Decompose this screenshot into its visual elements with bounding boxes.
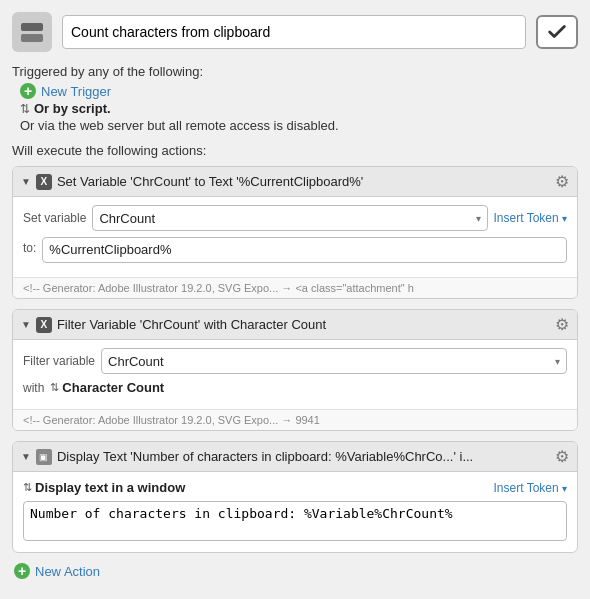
to-label: to: <box>23 241 36 255</box>
display-icon: ▣ <box>36 449 52 465</box>
action-header-filter: ▼ X Filter Variable 'ChrCount' with Char… <box>13 310 577 340</box>
insert-token-btn-1[interactable]: Insert Token ▾ <box>494 211 568 225</box>
action-block-display-text: ▼ ▣ Display Text 'Number of characters i… <box>12 441 578 553</box>
action-comment-1: <!-- Generator: Adobe Illustrator 19.2.0… <box>13 277 577 298</box>
new-trigger-plus[interactable]: + <box>20 83 36 99</box>
arrows-script-icon: ⇅ <box>20 102 30 116</box>
to-input[interactable]: %CurrentClipboard% <box>42 237 567 263</box>
new-action-plus[interactable]: + <box>14 563 30 579</box>
action-title-2: Filter Variable 'ChrCount' with Characte… <box>57 317 326 332</box>
action-block-set-variable: ▼ X Set Variable 'ChrCount' to Text '%Cu… <box>12 166 578 299</box>
x-badge-2: X <box>36 317 52 333</box>
webserver-row: Or via the web server but all remote acc… <box>12 118 578 133</box>
new-action-row: + New Action <box>12 563 578 579</box>
action-header-left-2: ▼ X Filter Variable 'ChrCount' with Char… <box>21 317 549 333</box>
new-trigger-link[interactable]: New Trigger <box>41 84 111 99</box>
triggered-by-label: Triggered by any of the following: <box>12 64 578 79</box>
filter-variable-row: Filter variable ChrCount ▾ <box>23 348 567 374</box>
action-body-3: ⇅ Display text in a window Insert Token … <box>13 472 577 552</box>
new-action-link[interactable]: New Action <box>35 564 100 579</box>
action-block-filter-variable: ▼ X Filter Variable 'ChrCount' with Char… <box>12 309 578 431</box>
set-variable-chevron: ▾ <box>476 213 481 224</box>
or-by-script-row: ⇅ Or by script. <box>12 101 578 116</box>
checkmark-button[interactable] <box>536 15 578 49</box>
filter-variable-select[interactable]: ChrCount ▾ <box>101 348 567 374</box>
action-title-1: Set Variable 'ChrCount' to Text '%Curren… <box>57 174 363 189</box>
set-variable-row: Set variable ChrCount ▾ Insert Token ▾ <box>23 205 567 231</box>
insert-token-btn-3[interactable]: Insert Token ▾ <box>494 481 568 495</box>
action-body-2: Filter variable ChrCount ▾ with ⇅ Charac… <box>13 340 577 409</box>
action-body-1: Set variable ChrCount ▾ Insert Token ▾ t… <box>13 197 577 277</box>
with-row: with ⇅ Character Count <box>23 380 567 395</box>
or-by-script-label: Or by script. <box>34 101 111 116</box>
set-variable-value: ChrCount <box>99 211 155 226</box>
filter-variable-label: Filter variable <box>23 354 95 368</box>
action-header-set-variable: ▼ X Set Variable 'ChrCount' to Text '%Cu… <box>13 167 577 197</box>
action-comment-2: <!-- Generator: Adobe Illustrator 19.2.0… <box>13 409 577 430</box>
character-count-value: Character Count <box>62 380 164 395</box>
gear-icon-3[interactable]: ⚙ <box>555 447 569 466</box>
action-header-left-3: ▼ ▣ Display Text 'Number of characters i… <box>21 449 549 465</box>
new-trigger-row: + New Trigger <box>12 83 578 99</box>
display-textarea[interactable] <box>23 501 567 541</box>
action-header-left-1: ▼ X Set Variable 'ChrCount' to Text '%Cu… <box>21 174 549 190</box>
display-select[interactable]: ⇅ Display text in a window <box>23 480 185 495</box>
gear-icon-1[interactable]: ⚙ <box>555 172 569 191</box>
gear-icon-2[interactable]: ⚙ <box>555 315 569 334</box>
to-row: to: %CurrentClipboard% <box>23 237 567 263</box>
action-header-display: ▼ ▣ Display Text 'Number of characters i… <box>13 442 577 472</box>
set-variable-label: Set variable <box>23 211 86 225</box>
collapse-triangle-3[interactable]: ▼ <box>21 451 31 462</box>
will-execute-label: Will execute the following actions: <box>12 143 578 158</box>
header <box>12 12 578 52</box>
action-title-3: Display Text 'Number of characters in cl… <box>57 449 473 464</box>
arrows-icon: ⇅ <box>50 381 59 394</box>
arrows-display-icon: ⇅ <box>23 481 32 494</box>
x-badge-1: X <box>36 174 52 190</box>
collapse-triangle-1[interactable]: ▼ <box>21 176 31 187</box>
set-variable-select[interactable]: ChrCount ▾ <box>92 205 487 231</box>
with-label: with <box>23 381 44 395</box>
display-header-row: ⇅ Display text in a window Insert Token … <box>23 480 567 495</box>
macro-title-input[interactable] <box>62 15 526 49</box>
filter-variable-chevron: ▾ <box>555 356 560 367</box>
display-select-value: Display text in a window <box>35 480 185 495</box>
character-count-select[interactable]: ⇅ Character Count <box>50 380 164 395</box>
collapse-triangle-2[interactable]: ▼ <box>21 319 31 330</box>
macro-icon <box>12 12 52 52</box>
filter-variable-value: ChrCount <box>108 354 164 369</box>
